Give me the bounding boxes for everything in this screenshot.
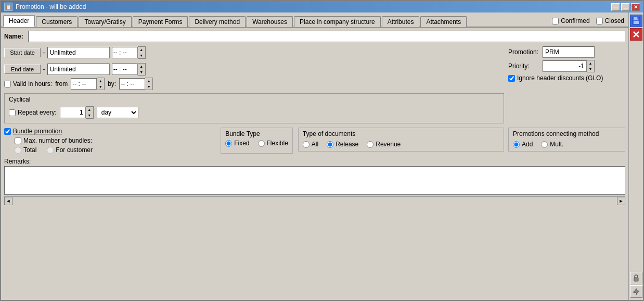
start-date-field[interactable]: [47, 47, 110, 58]
ignore-discount-label[interactable]: Ignore header discounts (GLO): [508, 74, 625, 82]
closed-label: Closed: [605, 17, 624, 24]
pin-button[interactable]: [630, 285, 642, 298]
scroll-left-button[interactable]: ◄: [4, 197, 12, 205]
release-radio-label[interactable]: Release: [327, 141, 358, 148]
start-time-up[interactable]: ▲: [138, 47, 145, 53]
minimize-button[interactable]: —: [611, 3, 620, 11]
bundle-promo-label[interactable]: Bundle promotion: [4, 128, 210, 135]
start-time-input[interactable]: [112, 47, 138, 58]
maximize-button[interactable]: □: [621, 3, 630, 11]
end-date-button[interactable]: End date: [4, 65, 41, 74]
total-radio-label[interactable]: Total: [15, 146, 36, 154]
close-button[interactable]: ✕: [631, 3, 640, 11]
ignore-discount-text: Ignore header discounts (GLO): [517, 74, 603, 82]
remarks-textarea[interactable]: [4, 166, 625, 195]
promo-connect-radios: Add Mult.: [513, 141, 621, 148]
repeat-value-spinner: ▲ ▼: [60, 106, 94, 119]
start-time-spin-buttons: ▲ ▼: [138, 46, 146, 59]
bottom-row: Bundle promotion Max. number of bundles:: [4, 128, 504, 154]
add-radio[interactable]: [513, 141, 520, 148]
priority-down[interactable]: ▼: [587, 66, 594, 72]
end-time-up[interactable]: ▲: [138, 64, 145, 69]
scroll-right-button[interactable]: ►: [617, 197, 625, 205]
save-button[interactable]: [630, 15, 642, 27]
mult-label: Mult.: [550, 141, 563, 148]
confirmed-checkbox-label[interactable]: Confirmed: [552, 17, 589, 24]
start-time-down[interactable]: ▼: [138, 53, 145, 58]
from-time-up[interactable]: ▲: [97, 78, 104, 84]
end-time-down[interactable]: ▼: [138, 69, 145, 75]
name-input[interactable]: [28, 31, 625, 42]
by-time-up[interactable]: ▲: [145, 78, 152, 84]
start-date-button[interactable]: Start date: [4, 48, 41, 57]
tab-towary[interactable]: Towary/Gratisy: [79, 16, 131, 27]
lock-button[interactable]: [630, 272, 642, 284]
end-date-field[interactable]: [47, 64, 110, 75]
bundle-left: Bundle promotion Max. number of bundles:: [4, 128, 210, 154]
remarks-textarea-wrapper: [4, 166, 625, 196]
fixed-radio-label[interactable]: Fixed: [225, 140, 249, 147]
for-customer-radio-label[interactable]: For customer: [47, 146, 93, 154]
svg-rect-1: [634, 17, 638, 20]
end-time-spin-buttons: ▲ ▼: [138, 63, 146, 76]
closed-checkbox[interactable]: [596, 18, 603, 24]
tab-attributes[interactable]: Attributes: [382, 16, 420, 27]
delete-icon: [633, 31, 640, 38]
tab-payment[interactable]: Payment Forms: [133, 16, 188, 27]
priority-input[interactable]: [543, 60, 587, 72]
valid-hours-label[interactable]: Valid in hours:: [4, 80, 52, 87]
tab-right-area: Confirmed Closed: [552, 17, 628, 27]
release-radio[interactable]: [327, 141, 333, 148]
by-time-input[interactable]: [119, 78, 145, 90]
tab-delivery[interactable]: Delivery method: [189, 16, 246, 27]
from-time-down[interactable]: ▼: [97, 84, 104, 90]
mult-radio[interactable]: [541, 141, 548, 148]
start-date-sep: -: [43, 48, 45, 57]
tab-customers[interactable]: Customers: [36, 16, 78, 27]
add-radio-label[interactable]: Add: [513, 141, 533, 148]
repeat-down[interactable]: ▼: [86, 112, 93, 118]
closed-checkbox-label[interactable]: Closed: [596, 17, 624, 24]
confirmed-checkbox[interactable]: [552, 18, 559, 24]
priority-up[interactable]: ▲: [587, 60, 594, 66]
add-label: Add: [522, 141, 533, 148]
svg-rect-3: [637, 17, 638, 19]
flexible-radio[interactable]: [258, 140, 265, 147]
name-label: Name:: [4, 33, 25, 40]
all-radio-label[interactable]: All: [303, 141, 318, 148]
total-radio[interactable]: [15, 147, 21, 154]
end-date-sep: -: [43, 65, 45, 73]
ignore-discount-checkbox[interactable]: [508, 75, 515, 82]
doc-type-radios: All Release Revenue: [303, 141, 499, 148]
tab-bar: Header Customers Towary/Gratisy Payment …: [1, 12, 628, 28]
app-icon: 📋: [4, 3, 12, 11]
tab-warehouses[interactable]: Warehouses: [247, 16, 293, 27]
repeat-unit-select[interactable]: day week month: [97, 107, 138, 118]
by-time-down[interactable]: ▼: [145, 84, 152, 90]
tab-company[interactable]: Place in company structure: [294, 16, 381, 27]
repeat-checkbox-label[interactable]: Repeat every:: [9, 109, 57, 116]
valid-hours-checkbox[interactable]: [4, 81, 11, 87]
cyclical-title: Cyclical: [9, 96, 499, 103]
end-time-input[interactable]: [112, 64, 138, 75]
max-bundles-label[interactable]: Max. number of bundles:: [15, 137, 210, 144]
tab-attachments[interactable]: Attachments: [420, 16, 467, 27]
revenue-radio-label[interactable]: Revenue: [367, 141, 401, 148]
repeat-checkbox[interactable]: [9, 109, 16, 116]
all-radio[interactable]: [303, 141, 310, 148]
from-time-input[interactable]: [71, 78, 97, 90]
bundle-promo-checkbox[interactable]: [4, 128, 11, 135]
max-bundles-checkbox[interactable]: [15, 137, 21, 144]
bundle-type-radios: Fixed Flexible: [225, 140, 288, 147]
promotion-input[interactable]: [543, 46, 595, 58]
fixed-radio[interactable]: [225, 140, 232, 147]
for-customer-radio[interactable]: [47, 147, 54, 154]
revenue-radio[interactable]: [367, 141, 373, 148]
all-label: All: [312, 141, 318, 148]
delete-button[interactable]: [630, 28, 642, 41]
flexible-radio-label[interactable]: Flexible: [258, 140, 288, 147]
tab-header[interactable]: Header: [3, 15, 35, 27]
repeat-up[interactable]: ▲: [86, 107, 93, 112]
repeat-value-input[interactable]: [60, 107, 86, 118]
mult-radio-label[interactable]: Mult.: [541, 141, 563, 148]
